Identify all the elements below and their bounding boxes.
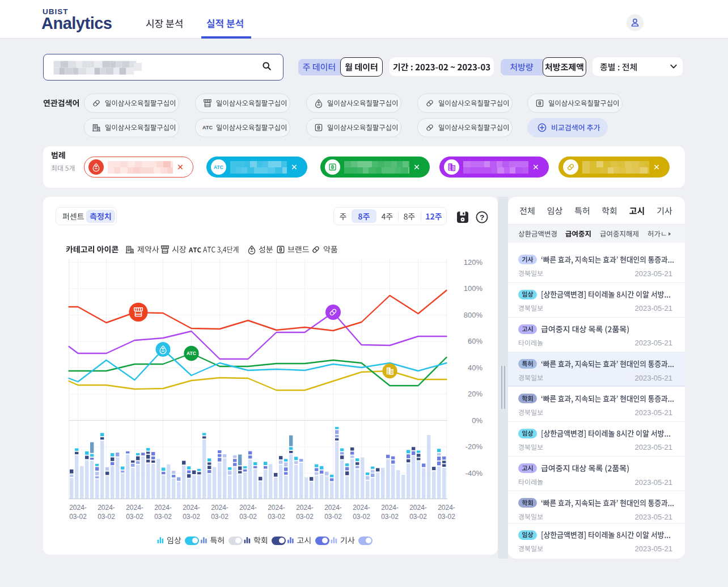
svg-text:03-02: 03-02 xyxy=(381,513,399,521)
svg-text:03-02: 03-02 xyxy=(69,513,87,521)
svg-text:2024-: 2024- xyxy=(296,504,314,512)
svg-text:2024-: 2024- xyxy=(353,504,370,512)
svg-text:-20%: -20% xyxy=(465,442,483,451)
svg-text:2024-: 2024- xyxy=(409,504,427,512)
svg-text:03-02: 03-02 xyxy=(183,513,200,521)
svg-text:2023-05-21: 2023-05-21 xyxy=(635,513,673,521)
svg-text:?: ? xyxy=(480,213,484,222)
svg-text:2024-: 2024- xyxy=(211,504,228,512)
svg-text:2024-: 2024- xyxy=(324,504,342,512)
svg-text:800%: 800% xyxy=(464,311,483,319)
svg-text:40%: 40% xyxy=(468,364,482,372)
svg-text:20%: 20% xyxy=(468,390,482,398)
svg-text:03-02: 03-02 xyxy=(126,513,143,521)
svg-text:2023-05-21: 2023-05-21 xyxy=(635,269,673,278)
svg-text:2024-: 2024- xyxy=(239,504,257,512)
svg-text:2023-05-21: 2023-05-21 xyxy=(635,374,673,382)
svg-text:-40%: -40% xyxy=(465,469,483,478)
svg-text:03-02: 03-02 xyxy=(239,513,257,521)
svg-text:2023-05-21: 2023-05-21 xyxy=(635,408,673,417)
svg-text:2023-05-21: 2023-05-21 xyxy=(635,478,673,487)
svg-text:0%: 0% xyxy=(472,416,482,425)
svg-text:03-02: 03-02 xyxy=(98,513,115,521)
svg-text:03-02: 03-02 xyxy=(324,513,342,521)
svg-text:2024-: 2024- xyxy=(183,504,200,512)
svg-text:ATC: ATC xyxy=(202,125,213,130)
svg-text:2023-05-21: 2023-05-21 xyxy=(635,339,673,347)
svg-text:2024-: 2024- xyxy=(69,504,87,512)
svg-text:ATC: ATC xyxy=(214,164,223,170)
svg-text:100%: 100% xyxy=(464,284,483,293)
svg-text:2024-: 2024- xyxy=(381,504,399,512)
svg-text:60%: 60% xyxy=(468,337,482,345)
svg-text:2024-: 2024- xyxy=(154,504,172,512)
svg-text:03-02: 03-02 xyxy=(211,513,228,521)
svg-text:03-02: 03-02 xyxy=(268,513,285,521)
svg-text:120%: 120% xyxy=(464,258,483,267)
svg-text:2024-: 2024- xyxy=(268,504,285,512)
svg-text:03-02: 03-02 xyxy=(296,513,314,521)
svg-text:2023-05-21: 2023-05-21 xyxy=(635,304,673,312)
svg-text:03-02: 03-02 xyxy=(154,513,172,521)
svg-text:03-02: 03-02 xyxy=(438,513,455,521)
svg-text:2024-: 2024- xyxy=(438,504,455,512)
svg-text:2024-: 2024- xyxy=(126,504,143,512)
svg-text:ATC: ATC xyxy=(187,350,196,356)
svg-text:2024-: 2024- xyxy=(98,504,115,512)
svg-text:03-02: 03-02 xyxy=(353,513,370,521)
svg-text:03-02: 03-02 xyxy=(409,513,427,521)
svg-text:2023-05-21: 2023-05-21 xyxy=(635,544,673,553)
svg-text:2023-05-21: 2023-05-21 xyxy=(635,443,673,451)
